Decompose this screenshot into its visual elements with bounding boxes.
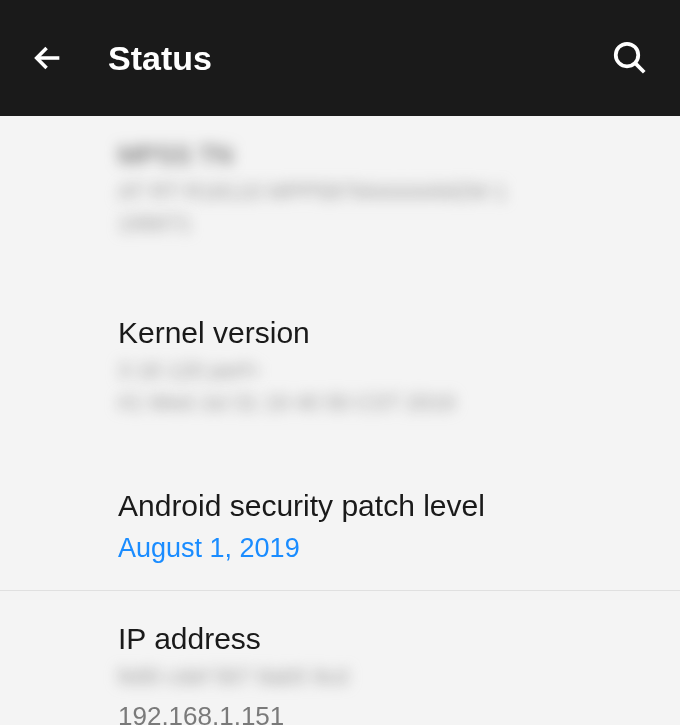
kernel-version-title: Kernel version: [118, 313, 562, 352]
redacted-value-line: 199071: [118, 213, 562, 235]
security-patch-title: Android security patch level: [118, 486, 562, 525]
status-item-security-patch[interactable]: Android security patch level August 1, 2…: [0, 456, 680, 590]
app-header: Status: [0, 0, 680, 116]
redacted-kernel-line: #1 Wed Jul 31 19 40 50 CST 2019: [118, 392, 562, 414]
search-button[interactable]: [608, 36, 652, 80]
redacted-value-line: AT RT R18110 MPP5879AAAAAMZM 1 197109: [118, 181, 562, 203]
status-item-redacted[interactable]: MPSS TN AT RT R18110 MPP5879AAAAAMZM 1 1…: [0, 116, 680, 273]
ip-address-title: IP address: [118, 619, 562, 658]
security-patch-value: August 1, 2019: [118, 533, 562, 564]
redacted-title: MPSS TN: [118, 140, 562, 171]
svg-line-2: [635, 63, 644, 72]
back-arrow-icon: [31, 41, 65, 75]
settings-list: MPSS TN AT RT R18110 MPP5879AAAAAMZM 1 1…: [0, 116, 680, 725]
ip-address-value: 192.168.1.151: [118, 698, 562, 725]
redacted-kernel-line: 3 18 120 perf+: [118, 360, 562, 382]
back-button[interactable]: [28, 38, 68, 78]
status-item-ip-address[interactable]: IP address fe80 cdef 567 8ab5 9cd 192.16…: [0, 590, 680, 725]
redacted-ip-line: fe80 cdef 567 8ab5 9cd: [118, 666, 562, 688]
page-title: Status: [108, 39, 212, 78]
svg-point-1: [616, 44, 639, 67]
status-item-kernel[interactable]: Kernel version 3 18 120 perf+ #1 Wed Jul…: [0, 273, 680, 456]
search-icon: [612, 40, 648, 76]
